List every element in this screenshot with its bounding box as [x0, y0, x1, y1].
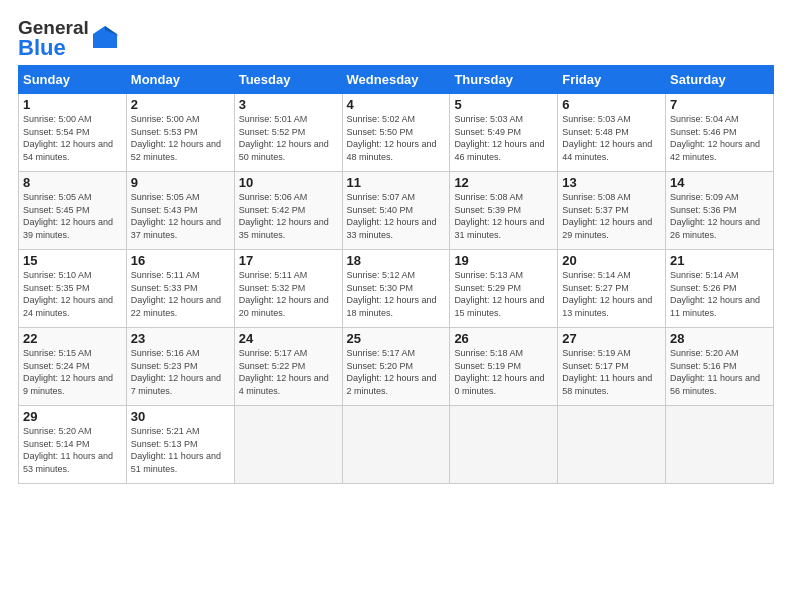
day-number: 5: [454, 97, 553, 112]
day-number: 11: [347, 175, 446, 190]
col-monday: Monday: [126, 66, 234, 94]
table-row: 6 Sunrise: 5:03 AM Sunset: 5:48 PM Dayli…: [558, 94, 666, 172]
day-info: Sunrise: 5:18 AM Sunset: 5:19 PM Dayligh…: [454, 348, 544, 396]
table-row: 19 Sunrise: 5:13 AM Sunset: 5:29 PM Dayl…: [450, 250, 558, 328]
table-row: 14 Sunrise: 5:09 AM Sunset: 5:36 PM Dayl…: [666, 172, 774, 250]
day-info: Sunrise: 5:20 AM Sunset: 5:16 PM Dayligh…: [670, 348, 760, 396]
day-info: Sunrise: 5:11 AM Sunset: 5:33 PM Dayligh…: [131, 270, 221, 318]
calendar-week-0: 1 Sunrise: 5:00 AM Sunset: 5:54 PM Dayli…: [19, 94, 774, 172]
day-number: 19: [454, 253, 553, 268]
day-info: Sunrise: 5:06 AM Sunset: 5:42 PM Dayligh…: [239, 192, 329, 240]
table-row: [234, 406, 342, 484]
day-number: 25: [347, 331, 446, 346]
day-info: Sunrise: 5:03 AM Sunset: 5:48 PM Dayligh…: [562, 114, 652, 162]
header-row: Sunday Monday Tuesday Wednesday Thursday…: [19, 66, 774, 94]
day-number: 16: [131, 253, 230, 268]
col-wednesday: Wednesday: [342, 66, 450, 94]
day-number: 3: [239, 97, 338, 112]
table-row: 21 Sunrise: 5:14 AM Sunset: 5:26 PM Dayl…: [666, 250, 774, 328]
table-row: 30 Sunrise: 5:21 AM Sunset: 5:13 PM Dayl…: [126, 406, 234, 484]
col-tuesday: Tuesday: [234, 66, 342, 94]
day-info: Sunrise: 5:00 AM Sunset: 5:54 PM Dayligh…: [23, 114, 113, 162]
table-row: [558, 406, 666, 484]
col-sunday: Sunday: [19, 66, 127, 94]
day-info: Sunrise: 5:17 AM Sunset: 5:22 PM Dayligh…: [239, 348, 329, 396]
logo: General Blue: [18, 18, 119, 59]
day-info: Sunrise: 5:12 AM Sunset: 5:30 PM Dayligh…: [347, 270, 437, 318]
day-number: 8: [23, 175, 122, 190]
day-number: 14: [670, 175, 769, 190]
day-info: Sunrise: 5:10 AM Sunset: 5:35 PM Dayligh…: [23, 270, 113, 318]
col-thursday: Thursday: [450, 66, 558, 94]
day-info: Sunrise: 5:09 AM Sunset: 5:36 PM Dayligh…: [670, 192, 760, 240]
day-info: Sunrise: 5:14 AM Sunset: 5:27 PM Dayligh…: [562, 270, 652, 318]
day-info: Sunrise: 5:08 AM Sunset: 5:37 PM Dayligh…: [562, 192, 652, 240]
day-number: 10: [239, 175, 338, 190]
day-number: 30: [131, 409, 230, 424]
calendar-table: Sunday Monday Tuesday Wednesday Thursday…: [18, 65, 774, 484]
table-row: 4 Sunrise: 5:02 AM Sunset: 5:50 PM Dayli…: [342, 94, 450, 172]
day-number: 12: [454, 175, 553, 190]
logo-icon: [91, 24, 119, 56]
day-number: 17: [239, 253, 338, 268]
table-row: 26 Sunrise: 5:18 AM Sunset: 5:19 PM Dayl…: [450, 328, 558, 406]
table-row: 3 Sunrise: 5:01 AM Sunset: 5:52 PM Dayli…: [234, 94, 342, 172]
table-row: 10 Sunrise: 5:06 AM Sunset: 5:42 PM Dayl…: [234, 172, 342, 250]
table-row: 17 Sunrise: 5:11 AM Sunset: 5:32 PM Dayl…: [234, 250, 342, 328]
day-info: Sunrise: 5:21 AM Sunset: 5:13 PM Dayligh…: [131, 426, 221, 474]
table-row: 11 Sunrise: 5:07 AM Sunset: 5:40 PM Dayl…: [342, 172, 450, 250]
day-number: 20: [562, 253, 661, 268]
day-info: Sunrise: 5:14 AM Sunset: 5:26 PM Dayligh…: [670, 270, 760, 318]
day-info: Sunrise: 5:07 AM Sunset: 5:40 PM Dayligh…: [347, 192, 437, 240]
table-row: 18 Sunrise: 5:12 AM Sunset: 5:30 PM Dayl…: [342, 250, 450, 328]
table-row: 28 Sunrise: 5:20 AM Sunset: 5:16 PM Dayl…: [666, 328, 774, 406]
table-row: [666, 406, 774, 484]
day-info: Sunrise: 5:05 AM Sunset: 5:43 PM Dayligh…: [131, 192, 221, 240]
day-number: 7: [670, 97, 769, 112]
day-number: 21: [670, 253, 769, 268]
day-info: Sunrise: 5:15 AM Sunset: 5:24 PM Dayligh…: [23, 348, 113, 396]
day-number: 27: [562, 331, 661, 346]
day-info: Sunrise: 5:04 AM Sunset: 5:46 PM Dayligh…: [670, 114, 760, 162]
day-info: Sunrise: 5:19 AM Sunset: 5:17 PM Dayligh…: [562, 348, 652, 396]
day-info: Sunrise: 5:05 AM Sunset: 5:45 PM Dayligh…: [23, 192, 113, 240]
table-row: [342, 406, 450, 484]
day-number: 6: [562, 97, 661, 112]
day-number: 13: [562, 175, 661, 190]
table-row: 13 Sunrise: 5:08 AM Sunset: 5:37 PM Dayl…: [558, 172, 666, 250]
logo-text: General Blue: [18, 18, 89, 59]
day-number: 24: [239, 331, 338, 346]
day-info: Sunrise: 5:03 AM Sunset: 5:49 PM Dayligh…: [454, 114, 544, 162]
calendar-week-2: 15 Sunrise: 5:10 AM Sunset: 5:35 PM Dayl…: [19, 250, 774, 328]
table-row: 7 Sunrise: 5:04 AM Sunset: 5:46 PM Dayli…: [666, 94, 774, 172]
day-info: Sunrise: 5:20 AM Sunset: 5:14 PM Dayligh…: [23, 426, 113, 474]
table-row: 12 Sunrise: 5:08 AM Sunset: 5:39 PM Dayl…: [450, 172, 558, 250]
day-number: 18: [347, 253, 446, 268]
table-row: 16 Sunrise: 5:11 AM Sunset: 5:33 PM Dayl…: [126, 250, 234, 328]
day-number: 28: [670, 331, 769, 346]
table-row: 29 Sunrise: 5:20 AM Sunset: 5:14 PM Dayl…: [19, 406, 127, 484]
day-number: 2: [131, 97, 230, 112]
day-number: 29: [23, 409, 122, 424]
day-number: 9: [131, 175, 230, 190]
col-friday: Friday: [558, 66, 666, 94]
day-number: 1: [23, 97, 122, 112]
table-row: 20 Sunrise: 5:14 AM Sunset: 5:27 PM Dayl…: [558, 250, 666, 328]
table-row: 2 Sunrise: 5:00 AM Sunset: 5:53 PM Dayli…: [126, 94, 234, 172]
calendar-week-4: 29 Sunrise: 5:20 AM Sunset: 5:14 PM Dayl…: [19, 406, 774, 484]
day-info: Sunrise: 5:17 AM Sunset: 5:20 PM Dayligh…: [347, 348, 437, 396]
day-info: Sunrise: 5:00 AM Sunset: 5:53 PM Dayligh…: [131, 114, 221, 162]
calendar-week-1: 8 Sunrise: 5:05 AM Sunset: 5:45 PM Dayli…: [19, 172, 774, 250]
table-row: 23 Sunrise: 5:16 AM Sunset: 5:23 PM Dayl…: [126, 328, 234, 406]
day-number: 23: [131, 331, 230, 346]
day-info: Sunrise: 5:16 AM Sunset: 5:23 PM Dayligh…: [131, 348, 221, 396]
table-row: 8 Sunrise: 5:05 AM Sunset: 5:45 PM Dayli…: [19, 172, 127, 250]
page: General Blue Sunday Monday Tuesday: [0, 0, 792, 494]
table-row: 22 Sunrise: 5:15 AM Sunset: 5:24 PM Dayl…: [19, 328, 127, 406]
table-row: 27 Sunrise: 5:19 AM Sunset: 5:17 PM Dayl…: [558, 328, 666, 406]
day-info: Sunrise: 5:11 AM Sunset: 5:32 PM Dayligh…: [239, 270, 329, 318]
table-row: 25 Sunrise: 5:17 AM Sunset: 5:20 PM Dayl…: [342, 328, 450, 406]
calendar-week-3: 22 Sunrise: 5:15 AM Sunset: 5:24 PM Dayl…: [19, 328, 774, 406]
day-number: 15: [23, 253, 122, 268]
table-row: 5 Sunrise: 5:03 AM Sunset: 5:49 PM Dayli…: [450, 94, 558, 172]
